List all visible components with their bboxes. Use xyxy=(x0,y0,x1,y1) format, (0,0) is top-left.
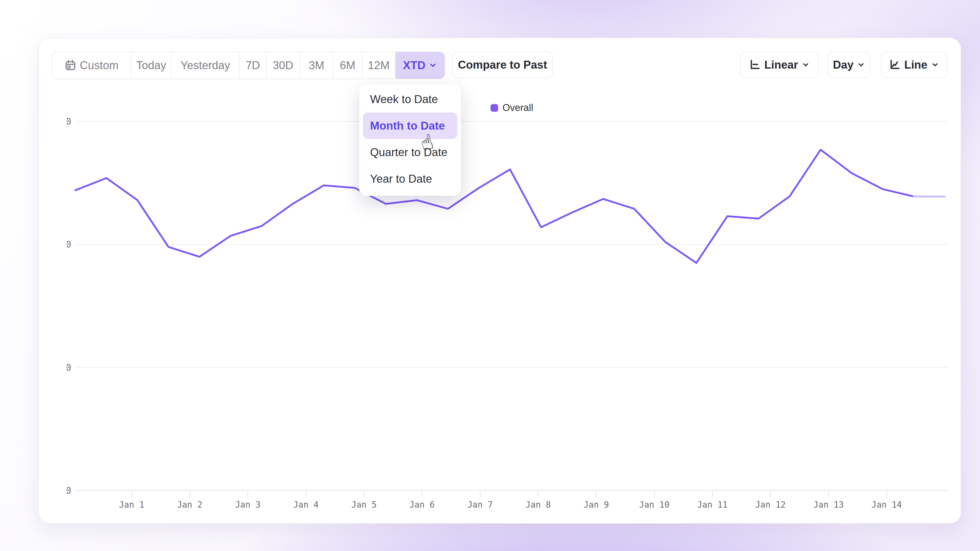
x-axis-label: Jan 5 xyxy=(352,500,377,510)
chevron-down-icon xyxy=(857,61,865,69)
x-axis-label: Jan 6 xyxy=(409,500,434,510)
y-axis-label: 100 xyxy=(67,362,71,373)
date-range-dropdown-menu: Week to Date Month to Date Quarter to Da… xyxy=(359,84,461,196)
date-range-label: Custom xyxy=(80,59,119,72)
date-range-7d-button[interactable]: 7D xyxy=(240,52,266,79)
chart-legend: Overall xyxy=(490,102,533,113)
date-range-custom-button[interactable]: Custom xyxy=(52,52,131,79)
chart-type-select[interactable]: Line xyxy=(881,52,947,78)
interval-select[interactable]: Day xyxy=(828,52,870,78)
chevron-down-icon xyxy=(931,61,939,69)
x-axis-label: Jan 4 xyxy=(293,500,318,510)
legend-swatch xyxy=(490,104,498,112)
y-axis-label: 200 xyxy=(67,239,71,249)
date-range-today-button[interactable]: Today xyxy=(131,52,172,79)
x-axis-label: Jan 11 xyxy=(697,500,728,510)
insight-card: Custom Today Yesterday 7D 30D 3M 6M 12M … xyxy=(38,38,961,524)
legend-series-label: Overall xyxy=(503,102,533,113)
x-axis-label: Jan 7 xyxy=(468,500,493,510)
menu-item-quarter-to-date[interactable]: Quarter to Date xyxy=(360,139,461,165)
scale-select[interactable]: Linear xyxy=(740,52,819,78)
x-axis-label: Jan 14 xyxy=(872,500,902,510)
x-axis-label: Jan 3 xyxy=(235,500,260,510)
linear-scale-icon xyxy=(749,59,761,71)
x-axis-label: Jan 8 xyxy=(525,500,551,510)
menu-item-year-to-date[interactable]: Year to Date xyxy=(360,165,461,192)
y-axis-label: 0 xyxy=(67,486,71,495)
line-chart[interactable]: 0100200300Jan 1Jan 2Jan 3Jan 4Jan 5Jan 6… xyxy=(67,113,955,511)
date-range-6m-button[interactable]: 6M xyxy=(333,52,363,79)
x-axis-label: Jan 12 xyxy=(755,500,786,510)
menu-item-week-to-date[interactable]: Week to Date xyxy=(360,86,461,113)
x-axis-label: Jan 1 xyxy=(119,500,144,510)
x-axis-label: Jan 13 xyxy=(813,500,844,510)
series-line-overall xyxy=(75,150,914,263)
x-axis-label: Jan 10 xyxy=(639,500,670,510)
line-chart-icon xyxy=(889,59,900,71)
date-range-12m-button[interactable]: 12M xyxy=(363,52,396,79)
y-axis-label: 300 xyxy=(67,116,71,127)
menu-item-month-to-date[interactable]: Month to Date xyxy=(363,113,457,139)
calendar-icon xyxy=(65,59,76,71)
app-background: { "toolbar": { "date_ranges": [ {"label"… xyxy=(0,0,980,551)
date-range-yesterday-button[interactable]: Yesterday xyxy=(172,52,240,79)
date-range-segmented-control: Custom Today Yesterday 7D 30D 3M 6M 12M … xyxy=(52,52,445,79)
date-range-3m-button[interactable]: 3M xyxy=(300,52,333,79)
x-axis-label: Jan 2 xyxy=(177,500,202,510)
chevron-down-icon xyxy=(428,61,437,70)
date-range-xtd-button[interactable]: XTD xyxy=(396,52,445,79)
date-range-30d-button[interactable]: 30D xyxy=(266,52,300,79)
compare-to-past-button[interactable]: Compare to Past xyxy=(452,52,553,78)
chevron-down-icon xyxy=(802,61,810,69)
x-axis-label: Jan 9 xyxy=(584,500,609,510)
